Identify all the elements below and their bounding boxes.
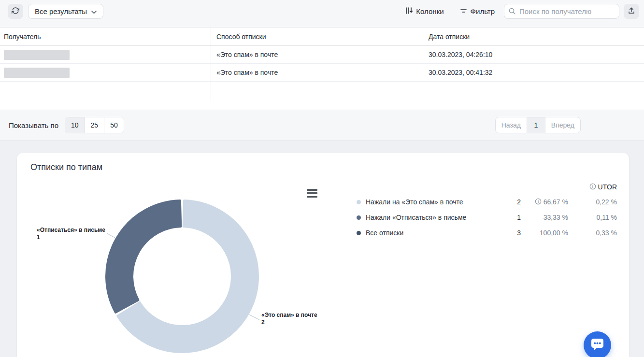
table-row[interactable]: «Это спам» в почте 30.03.2023, 00:41:32	[0, 64, 644, 82]
legend-percent: 33,33 %	[544, 214, 568, 221]
search-icon	[508, 7, 516, 17]
row-sliver	[636, 64, 644, 81]
results-filter-label: Все результаты	[35, 7, 87, 15]
hamburger-icon	[307, 192, 317, 194]
method-cell: «Это спам» в почте	[211, 46, 423, 63]
redacted-recipient	[4, 68, 70, 78]
redacted-recipient	[4, 50, 70, 60]
prev-page-button[interactable]: Назад	[496, 117, 527, 133]
table-empty-row	[0, 82, 644, 101]
pagination-bar: Показывать по 10 25 50 Назад 1 Вперед	[0, 110, 644, 141]
legend-percent-wrap: 66,67 %	[521, 198, 568, 206]
date-cell: 30.03.2023, 00:41:32	[423, 64, 636, 81]
chart-context-menu-button[interactable]	[307, 189, 317, 198]
info-icon[interactable]	[535, 198, 542, 206]
pager-group: Назад 1 Вперед	[495, 117, 581, 133]
legend-dot	[357, 231, 361, 235]
legend-utor: 0,22 %	[568, 198, 617, 206]
refresh-button[interactable]	[8, 4, 23, 19]
filter-button[interactable]: Фильтр	[460, 4, 495, 19]
recipient-cell	[0, 46, 211, 63]
pie-label-value: 2	[261, 319, 334, 326]
legend-label: Нажали «Отписаться» в письме	[366, 214, 501, 221]
page-size-50[interactable]: 50	[104, 117, 124, 133]
columns-button[interactable]: Колонки	[405, 4, 444, 19]
legend-dot	[357, 200, 361, 204]
table-row[interactable]: «Это спам» в почте 30.03.2023, 04:26:10	[0, 46, 644, 64]
chat-bubble-icon	[591, 338, 604, 352]
page-size-group: 10 25 50	[65, 117, 124, 133]
column-header-recipient[interactable]: Получатель	[0, 28, 211, 45]
empty-cell	[0, 82, 211, 101]
columns-icon	[405, 7, 413, 16]
table-bottom-gap	[0, 101, 644, 110]
toolbar: Все результаты Колонки Фильтр	[0, 0, 644, 28]
legend-dot	[357, 215, 361, 220]
donut-segment[interactable]	[106, 200, 181, 313]
page-size-25[interactable]: 25	[85, 117, 105, 133]
search-input[interactable]	[504, 4, 619, 19]
unsubscribes-table: Получатель Способ отписки Дата отписки «…	[0, 28, 644, 101]
legend-utor: 0,11 %	[568, 214, 617, 221]
legend-row-total[interactable]: Все отписки 3 100,00 % 0,33 %	[357, 225, 617, 241]
legend-percent: 100,00 %	[540, 229, 568, 237]
pie-label-value: 1	[37, 234, 114, 241]
utor-header-label: UTOR	[598, 183, 617, 191]
export-button[interactable]	[624, 4, 639, 19]
legend-label: Нажали на «Это спам» в почте	[366, 198, 501, 206]
filter-icon	[460, 7, 467, 16]
current-page-button[interactable]: 1	[527, 117, 545, 133]
empty-cell	[423, 82, 636, 101]
header-sliver	[636, 28, 644, 45]
info-icon[interactable]	[589, 183, 596, 191]
legend-percent: 66,67 %	[544, 198, 568, 206]
donut-chart	[89, 185, 283, 357]
row-sliver	[636, 46, 644, 63]
page-size-10[interactable]: 10	[65, 117, 85, 133]
unsubscribes-by-type-card: Отписки по типам «Отписаться» в письме 1…	[17, 153, 629, 357]
hamburger-icon	[307, 196, 317, 198]
legend-count: 3	[501, 229, 521, 237]
legend-percent-wrap: 33,33 %	[521, 214, 568, 221]
legend-label: Все отписки	[366, 229, 501, 237]
table-header-row: Получатель Способ отписки Дата отписки	[0, 28, 644, 46]
legend-percent-wrap: 100,00 %	[521, 229, 568, 237]
pie-label-text: «Это спам» в почте	[261, 312, 334, 319]
hamburger-icon	[307, 189, 317, 191]
results-filter-dropdown[interactable]: Все результаты	[28, 4, 103, 19]
legend-count: 1	[501, 214, 521, 221]
legend-count: 2	[501, 198, 521, 206]
method-cell: «Это спам» в почте	[211, 64, 423, 81]
chevron-down-icon	[91, 7, 97, 15]
pie-label-spam-mail: «Это спам» в почте 2	[261, 312, 334, 326]
date-cell: 30.03.2023, 04:26:10	[423, 46, 636, 63]
empty-sliver	[636, 82, 644, 101]
chat-button[interactable]	[584, 331, 611, 357]
recipient-cell	[0, 64, 211, 81]
chart-title: Отписки по типам	[30, 162, 102, 172]
refresh-icon	[12, 7, 19, 16]
show-by-label: Показывать по	[9, 121, 58, 129]
empty-cell	[211, 82, 423, 101]
column-header-date[interactable]: Дата отписки	[423, 28, 636, 45]
label-connector-line	[249, 314, 259, 320]
page-lower: Отписки по типам «Отписаться» в письме 1…	[0, 141, 644, 357]
search-wrap	[504, 4, 619, 19]
columns-button-label: Колонки	[416, 7, 444, 15]
legend-row-spam[interactable]: Нажали на «Это спам» в почте 2 66,67 % 0…	[357, 194, 617, 210]
next-page-button[interactable]: Вперед	[545, 117, 580, 133]
filter-button-label: Фильтр	[471, 7, 495, 15]
pie-label-text: «Отписаться» в письме	[37, 227, 114, 234]
chart-legend: UTOR Нажали на «Это спам» в почте 2 66,6…	[357, 180, 617, 241]
legend-utor: 0,33 %	[568, 229, 617, 237]
column-header-method[interactable]: Способ отписки	[211, 28, 423, 45]
legend-utor-header: UTOR	[357, 180, 617, 194]
upload-icon	[628, 7, 635, 16]
legend-row-unsubscribe[interactable]: Нажали «Отписаться» в письме 1 33,33 % 0…	[357, 210, 617, 225]
pie-label-unsubscribe-letter: «Отписаться» в письме 1	[37, 227, 114, 241]
